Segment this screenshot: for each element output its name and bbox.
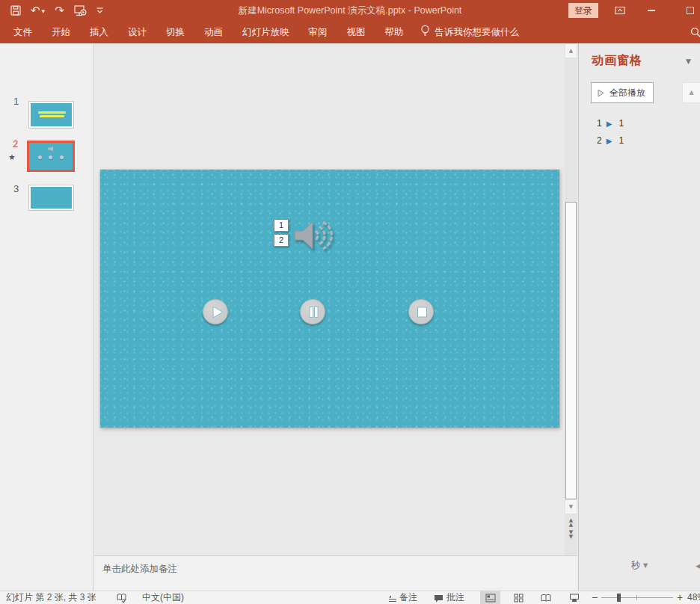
lightbulb-icon bbox=[420, 25, 430, 40]
seconds-label: 秒 bbox=[631, 559, 640, 572]
save-icon[interactable] bbox=[10, 5, 21, 16]
minimize-button[interactable] bbox=[640, 0, 663, 21]
undo-button[interactable]: ↶▼ bbox=[31, 5, 45, 16]
mini-pause-dot bbox=[49, 155, 52, 159]
animation-order-tag-1[interactable]: 1 bbox=[274, 219, 289, 232]
zoom-percentage[interactable]: 48% bbox=[687, 591, 700, 604]
slide-3-thumbnail[interactable] bbox=[29, 185, 73, 210]
title-bar: ↶▼ ↷ 新建Microsoft PowerPoint 演示文稿.pptx - … bbox=[0, 0, 700, 21]
thumbnail-text-line bbox=[40, 115, 64, 117]
zoom-in-button[interactable]: + bbox=[677, 591, 683, 604]
scrollbar-thumb[interactable] bbox=[565, 202, 577, 499]
mini-stop-dot bbox=[60, 155, 64, 159]
comments-icon bbox=[434, 594, 443, 604]
timeline-scroll-left-icon[interactable]: ◀ bbox=[696, 562, 700, 570]
slide-2-number: 2 bbox=[13, 138, 18, 150]
notes-placeholder: 单击此处添加备注 bbox=[102, 563, 177, 576]
animation-item-2[interactable]: 2 ▶ 1 bbox=[597, 135, 624, 147]
tab-animations[interactable]: 动画 bbox=[194, 21, 233, 43]
animation-star-icon[interactable]: ★ bbox=[8, 152, 16, 162]
sign-in-button[interactable]: 登录 bbox=[568, 3, 598, 18]
animation-item-1[interactable]: 1 ▶ 1 bbox=[597, 117, 624, 129]
slide-sorter-view-button[interactable] bbox=[509, 591, 529, 604]
animation-pane: 动画窗格 ▼ 全部播放 ▲ 1 ▶ 1 2 ▶ 1 秒 ▼ ◀ bbox=[578, 43, 700, 591]
notes-toggle[interactable]: 备注 bbox=[399, 591, 417, 604]
slideshow-view-button[interactable] bbox=[564, 591, 584, 604]
mini-play-dot bbox=[38, 155, 42, 159]
slide-1-thumbnail[interactable] bbox=[29, 102, 73, 128]
status-bar: 幻灯片 第 2 张, 共 3 张 中文(中国) 备注 批注 − + 48% bbox=[0, 591, 700, 604]
scroll-up-button[interactable]: ▲ bbox=[565, 43, 577, 58]
notes-area[interactable]: 单击此处添加备注 bbox=[94, 555, 577, 591]
spell-check-icon[interactable] bbox=[117, 593, 127, 604]
tell-me-label: 告诉我你想要做什么 bbox=[435, 26, 520, 39]
play-all-label: 全部播放 bbox=[610, 87, 645, 99]
tab-home[interactable]: 开始 bbox=[42, 21, 80, 43]
next-slide-button[interactable]: ▼▼ bbox=[565, 528, 577, 540]
play-outline-icon bbox=[598, 89, 604, 97]
tab-help[interactable]: 帮助 bbox=[375, 21, 414, 43]
stop-button[interactable] bbox=[408, 299, 434, 324]
audio-speaker-icon[interactable] bbox=[292, 212, 335, 262]
tab-slideshow[interactable]: 幻灯片放映 bbox=[233, 21, 299, 43]
pane-scroll-up-button[interactable]: ▲ bbox=[682, 82, 700, 103]
powerpoint-window: ↶▼ ↷ 新建Microsoft PowerPoint 演示文稿.pptx - … bbox=[0, 0, 700, 604]
animation-order-tag-2[interactable]: 2 bbox=[274, 234, 289, 247]
animation-target: 1 bbox=[618, 135, 624, 146]
language-indicator[interactable]: 中文(中国) bbox=[142, 591, 184, 604]
notes-icon bbox=[388, 594, 397, 604]
animation-order: 1 bbox=[597, 118, 602, 129]
tab-view[interactable]: 视图 bbox=[337, 21, 375, 43]
normal-view-button[interactable] bbox=[480, 591, 500, 604]
zoom-slider-track[interactable] bbox=[601, 597, 673, 598]
comments-toggle[interactable]: 批注 bbox=[446, 591, 464, 604]
redo-button[interactable]: ↷ bbox=[55, 5, 64, 16]
play-all-button[interactable]: 全部播放 bbox=[591, 82, 654, 103]
tab-transitions[interactable]: 切换 bbox=[156, 21, 194, 43]
zoom-slider-tick bbox=[636, 595, 637, 600]
customize-qat-icon[interactable] bbox=[96, 7, 103, 14]
play-triangle-icon: ▶ bbox=[607, 120, 612, 128]
previous-slide-button[interactable]: ▲▲ bbox=[565, 517, 577, 528]
pause-button[interactable] bbox=[300, 299, 325, 324]
ribbon-display-options-button[interactable] bbox=[609, 0, 631, 21]
start-slideshow-icon[interactable] bbox=[74, 5, 87, 16]
reading-view-button[interactable] bbox=[535, 591, 556, 604]
tab-insert[interactable]: 插入 bbox=[80, 21, 118, 43]
animation-target: 1 bbox=[618, 118, 624, 129]
main-vertical-scrollbar[interactable]: ▲ ▼ ▲▲ ▼▼ bbox=[565, 43, 577, 555]
slide-counter: 幻灯片 第 2 张, 共 3 张 bbox=[6, 591, 96, 604]
play-button[interactable] bbox=[203, 299, 228, 324]
scroll-down-button[interactable]: ▼ bbox=[565, 499, 577, 514]
mini-speaker-icon bbox=[48, 147, 53, 151]
slide-2-thumbnail-selected[interactable] bbox=[27, 141, 75, 172]
tab-design[interactable]: 设计 bbox=[118, 21, 156, 43]
thumbnail-text-line bbox=[38, 111, 66, 114]
ribbon-tab-bar: 文件 开始 插入 设计 切换 动画 幻灯片放映 审阅 视图 帮助 告诉我你想要做… bbox=[0, 21, 700, 43]
quick-access-toolbar: ↶▼ ↷ bbox=[10, 0, 103, 21]
zoom-slider-thumb[interactable] bbox=[617, 594, 621, 602]
tab-review[interactable]: 审阅 bbox=[299, 21, 337, 43]
animation-pane-title: 动画窗格 bbox=[592, 53, 642, 69]
timeline-seconds-dropdown[interactable]: 秒 ▼ bbox=[631, 559, 648, 572]
slide-thumbnail-panel: 1 2 ★ 3 bbox=[0, 43, 93, 591]
animation-order: 2 bbox=[597, 135, 602, 146]
slide-editing-area[interactable] bbox=[100, 170, 559, 428]
pane-menu-chevron-icon[interactable]: ▼ bbox=[686, 58, 691, 65]
chevron-down-icon: ▼ bbox=[643, 562, 648, 569]
play-triangle-icon: ▶ bbox=[607, 137, 612, 145]
maximize-button[interactable] bbox=[679, 0, 700, 21]
zoom-out-button[interactable]: − bbox=[592, 591, 598, 604]
tab-file[interactable]: 文件 bbox=[0, 21, 42, 43]
tell-me-box[interactable]: 告诉我你想要做什么 bbox=[420, 25, 520, 40]
slide-3-number: 3 bbox=[13, 183, 19, 194]
slide-1-number: 1 bbox=[13, 96, 19, 107]
search-icon[interactable] bbox=[690, 27, 700, 42]
